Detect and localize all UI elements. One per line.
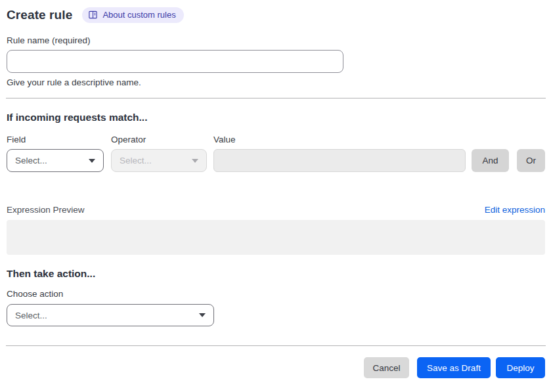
footer-divider [6,345,546,346]
create-rule-page: Create rule About custom rules Rule name… [0,0,551,378]
rule-name-label: Rule name (required) [7,35,545,45]
value-input[interactable] [213,149,466,172]
value-label: Value [213,135,545,144]
rule-name-input[interactable] [7,50,343,73]
cancel-button[interactable]: Cancel [364,357,409,378]
page-title: Create rule [7,8,72,22]
about-custom-rules-badge[interactable]: About custom rules [82,7,183,23]
field-select-value: Select... [15,156,47,165]
about-badge-label: About custom rules [102,10,175,20]
operator-label: Operator [111,135,213,144]
page-header: Create rule About custom rules [7,6,545,24]
expression-preview-box [7,220,545,255]
operator-select-value: Select... [120,156,152,165]
action-section-heading: Then take action... [7,268,545,280]
chevron-down-icon [89,159,95,163]
expression-preview-row: Expression Preview Edit expression [7,205,545,215]
choose-action-label: Choose action [7,289,545,299]
save-as-draft-button[interactable]: Save as Draft [417,357,491,378]
and-button[interactable]: And [472,149,509,172]
choose-action-value: Select... [15,311,47,320]
footer-actions: Cancel Save as Draft Deploy [7,357,545,378]
rule-name-help: Give your rule a descriptive name. [7,77,545,87]
operator-select[interactable]: Select... [111,149,207,172]
builder-labels-row: Field Operator Value [7,135,545,144]
field-label: Field [7,135,111,144]
chevron-down-icon [192,159,198,163]
chevron-down-icon [199,313,206,317]
field-select[interactable]: Select... [7,149,104,172]
match-section-heading: If incoming requests match... [7,112,545,123]
expression-preview-label: Expression Preview [7,205,85,215]
book-icon [88,10,98,20]
or-button[interactable]: Or [517,149,545,172]
builder-row: Select... Select... And Or [7,149,545,172]
edit-expression-link[interactable]: Edit expression [485,205,545,215]
deploy-button[interactable]: Deploy [496,357,545,378]
choose-action-select[interactable]: Select... [7,304,214,326]
section-divider [6,98,546,98]
